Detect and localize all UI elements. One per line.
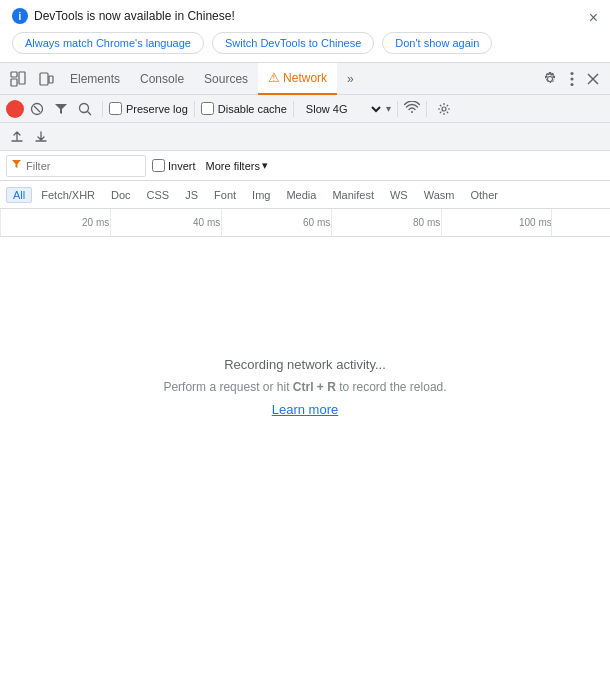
ruler-tick-start xyxy=(0,209,1,236)
toolbar-divider-5 xyxy=(426,101,427,117)
type-pill-other[interactable]: Other xyxy=(463,187,505,203)
filter-input-wrapper xyxy=(6,155,146,177)
type-pill-font[interactable]: Font xyxy=(207,187,243,203)
type-pill-ws[interactable]: WS xyxy=(383,187,415,203)
tab-console[interactable]: Console xyxy=(130,63,194,95)
dont-show-again-button[interactable]: Don't show again xyxy=(382,32,492,54)
upload-button[interactable] xyxy=(6,126,28,148)
more-options-button[interactable] xyxy=(564,65,580,93)
type-pill-doc[interactable]: Doc xyxy=(104,187,138,203)
notification-text: DevTools is now available in Chinese! xyxy=(34,9,235,23)
close-devtools-button[interactable] xyxy=(580,65,606,93)
clear-icon xyxy=(30,102,44,116)
timeline-ruler: 20 ms 40 ms 60 ms 80 ms 100 ms xyxy=(0,209,610,237)
type-pill-all[interactable]: All xyxy=(6,187,32,203)
learn-more-button[interactable]: Learn more xyxy=(272,402,338,417)
record-button[interactable] xyxy=(6,100,24,118)
network-settings-button[interactable] xyxy=(433,98,455,120)
type-pill-doc-label: Doc xyxy=(111,189,131,201)
timeline-label-80ms: 80 ms xyxy=(413,217,440,228)
svg-line-11 xyxy=(34,106,40,112)
tab-more-label: » xyxy=(347,72,354,86)
more-filters-button[interactable]: More filters ▾ xyxy=(202,157,272,174)
disable-cache-checkbox[interactable] xyxy=(201,102,214,115)
type-pill-all-label: All xyxy=(13,189,25,201)
preserve-log-label[interactable]: Preserve log xyxy=(109,102,188,115)
type-pill-other-label: Other xyxy=(470,189,498,201)
tab-more-button[interactable]: » xyxy=(337,63,364,95)
instruction-prefix: Perform a request or hit xyxy=(163,380,292,394)
type-pill-font-label: Font xyxy=(214,189,236,201)
invert-label[interactable]: Invert xyxy=(152,159,196,172)
svg-rect-1 xyxy=(11,79,17,86)
tab-sources[interactable]: Sources xyxy=(194,63,258,95)
throttle-select[interactable]: No throttling Slow 4G Fast 4G 3G xyxy=(300,102,384,116)
svg-point-12 xyxy=(80,103,89,112)
type-pill-fetch-xhr-label: Fetch/XHR xyxy=(41,189,95,201)
type-pill-css[interactable]: CSS xyxy=(140,187,177,203)
type-filter-bar: All Fetch/XHR Doc CSS JS Font Img Media … xyxy=(0,181,610,209)
match-language-button[interactable]: Always match Chrome's language xyxy=(12,32,204,54)
shortcut-text: Ctrl + R xyxy=(293,380,336,394)
preserve-log-checkbox[interactable] xyxy=(109,102,122,115)
network-toolbar: Preserve log Disable cache No throttling… xyxy=(0,95,610,123)
notification-buttons: Always match Chrome's language Switch De… xyxy=(12,32,598,54)
gear-icon xyxy=(542,71,558,87)
tab-network[interactable]: ⚠ Network xyxy=(258,63,337,95)
svg-rect-0 xyxy=(11,72,17,77)
svg-point-5 xyxy=(571,72,574,75)
settings-gear-button[interactable] xyxy=(536,65,564,93)
disable-cache-text: Disable cache xyxy=(218,103,287,115)
close-icon xyxy=(586,72,600,86)
clear-button[interactable] xyxy=(26,98,48,120)
filter-icon xyxy=(54,103,68,115)
timeline-label-60ms: 60 ms xyxy=(303,217,330,228)
more-filters-chevron-icon: ▾ xyxy=(262,159,268,172)
main-content: Recording network activity... Perform a … xyxy=(0,237,610,537)
filter-input[interactable] xyxy=(26,160,126,172)
timeline-label-20ms: 20 ms xyxy=(82,217,109,228)
device-toolbar-button[interactable] xyxy=(32,65,60,93)
type-pill-media-label: Media xyxy=(286,189,316,201)
close-notification-button[interactable]: × xyxy=(587,8,600,28)
switch-chinese-button[interactable]: Switch DevTools to Chinese xyxy=(212,32,374,54)
svg-point-14 xyxy=(442,107,446,111)
tab-elements[interactable]: Elements xyxy=(60,63,130,95)
inspect-icon-button[interactable] xyxy=(4,65,32,93)
tab-network-label: Network xyxy=(283,71,327,85)
upload-icon xyxy=(10,130,24,144)
devtools-tabs: Elements Console Sources ⚠ Network » xyxy=(0,63,610,95)
ruler-tick-3 xyxy=(331,209,332,236)
type-pill-manifest[interactable]: Manifest xyxy=(325,187,381,203)
toolbar-divider-3 xyxy=(293,101,294,117)
toolbar-divider-2 xyxy=(194,101,195,117)
type-pill-js[interactable]: JS xyxy=(178,187,205,203)
preserve-log-text: Preserve log xyxy=(126,103,188,115)
network-toolbar2 xyxy=(0,123,610,151)
notification-banner: i DevTools is now available in Chinese! … xyxy=(0,0,610,63)
download-icon xyxy=(34,130,48,144)
svg-rect-4 xyxy=(49,76,53,83)
filter-funnel-icon xyxy=(11,159,22,172)
filter-button[interactable] xyxy=(50,98,72,120)
device-icon xyxy=(38,71,54,87)
download-button[interactable] xyxy=(30,126,52,148)
ruler-tick-4 xyxy=(441,209,442,236)
toolbar-divider-4 xyxy=(397,101,398,117)
inspect-icon xyxy=(10,71,26,87)
toolbar-divider-1 xyxy=(102,101,103,117)
network-settings-icon xyxy=(437,102,451,116)
disable-cache-label[interactable]: Disable cache xyxy=(201,102,287,115)
type-pill-img[interactable]: Img xyxy=(245,187,277,203)
ruler-tick-1 xyxy=(110,209,111,236)
invert-checkbox[interactable] xyxy=(152,159,165,172)
search-button[interactable] xyxy=(74,98,96,120)
type-pill-fetch-xhr[interactable]: Fetch/XHR xyxy=(34,187,102,203)
ruler-tick-2 xyxy=(221,209,222,236)
type-pill-media[interactable]: Media xyxy=(279,187,323,203)
type-pill-wasm-label: Wasm xyxy=(424,189,455,201)
svg-rect-3 xyxy=(40,73,48,85)
search-icon xyxy=(78,102,92,116)
timeline-label-40ms: 40 ms xyxy=(193,217,220,228)
type-pill-wasm[interactable]: Wasm xyxy=(417,187,462,203)
